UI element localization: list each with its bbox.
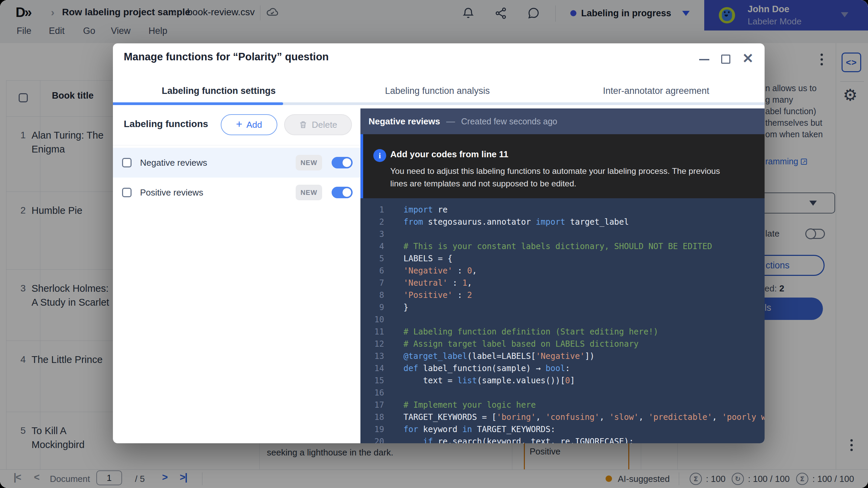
trash-icon xyxy=(299,120,308,129)
code-line[interactable]: 1import re xyxy=(360,204,765,216)
tab-inter-annotator-agreement[interactable]: Inter-annotator agreement xyxy=(603,86,709,96)
toggle-knob xyxy=(342,188,352,197)
code-line[interactable]: 2from stegosaurus.annotator import targe… xyxy=(360,216,765,228)
delete-function-button[interactable]: Delete xyxy=(284,114,352,135)
add-function-button[interactable]: + Add xyxy=(221,114,277,135)
line-number: 1 xyxy=(360,204,384,216)
divider xyxy=(113,145,360,145)
code-line[interactable]: 15 text = list(sample.values())[0] xyxy=(360,374,765,387)
info-banner: i Add your codes from line 11 You need t… xyxy=(360,134,765,198)
code-line[interactable]: 8'Positive' : 2 xyxy=(360,289,765,301)
functions-panel-heading: Labeling functions xyxy=(124,119,208,129)
code-line[interactable]: 4# This is your constant labels dictiona… xyxy=(360,240,765,252)
line-number: 14 xyxy=(360,362,384,374)
function-checkbox[interactable] xyxy=(122,188,132,197)
code-line[interactable]: 3 xyxy=(360,228,765,240)
line-number: 16 xyxy=(360,387,384,399)
banner-body: You need to adjust this labeling functio… xyxy=(390,165,729,190)
line-number: 4 xyxy=(360,240,384,252)
tab-underline-track xyxy=(113,102,765,105)
code-line[interactable]: 10 xyxy=(360,313,765,326)
function-checkbox[interactable] xyxy=(122,158,132,167)
code-line[interactable]: 13@target_label(label=LABELS['Negative']… xyxy=(360,350,765,362)
line-number: 17 xyxy=(360,399,384,411)
code-editor-panel: Negative reviews — Created few seconds a… xyxy=(360,108,765,443)
line-number: 20 xyxy=(360,435,384,443)
code-line[interactable]: 11# Labeling function definition (Start … xyxy=(360,326,765,338)
code-line[interactable]: 14def label_function(sample) → bool: xyxy=(360,362,765,374)
line-number: 5 xyxy=(360,252,384,265)
close-icon[interactable]: ✕ xyxy=(742,52,754,65)
code-line[interactable]: 7'Neutral' : 1, xyxy=(360,277,765,289)
banner-title: Add your codes from line 11 xyxy=(390,149,508,160)
line-number: 2 xyxy=(360,216,384,228)
tab-labeling-function-analysis[interactable]: Labeling function analysis xyxy=(385,86,490,96)
line-number: 12 xyxy=(360,338,384,350)
line-number: 8 xyxy=(360,289,384,301)
code-line[interactable]: 6'Negative' : 0, xyxy=(360,265,765,277)
minimize-icon[interactable] xyxy=(699,59,709,60)
code-line[interactable]: 20 if re.search(keyword, text, re.IGNORE… xyxy=(360,435,765,443)
line-number: 19 xyxy=(360,423,384,435)
line-number: 6 xyxy=(360,265,384,277)
info-icon: i xyxy=(373,149,386,162)
line-number: 7 xyxy=(360,277,384,289)
code-line[interactable]: 18TARGET_KEYWORDS = ['boring', 'confusin… xyxy=(360,411,765,423)
code-line[interactable]: 17# Implement your logic here xyxy=(360,399,765,411)
editor-header: Negative reviews — Created few seconds a… xyxy=(360,108,765,134)
function-list-item[interactable]: Negative reviewsNEW xyxy=(113,148,360,178)
code-line[interactable]: 16 xyxy=(360,387,765,399)
function-list-item[interactable]: Positive reviewsNEW xyxy=(113,178,360,207)
code-line[interactable]: 19for keyword in TARGET_KEYWORDS: xyxy=(360,423,765,435)
line-number: 18 xyxy=(360,411,384,423)
line-number: 13 xyxy=(360,350,384,362)
maximize-icon[interactable] xyxy=(721,55,730,64)
line-number: 3 xyxy=(360,228,384,240)
function-toggle[interactable] xyxy=(332,187,353,198)
toggle-knob xyxy=(342,158,352,167)
plus-icon: + xyxy=(236,118,242,130)
new-badge: NEW xyxy=(296,185,322,200)
code-line[interactable]: 5LABELS = { xyxy=(360,252,765,265)
function-label: Negative reviews xyxy=(140,148,207,178)
created-timestamp: Created few seconds ago xyxy=(461,117,557,126)
code-line[interactable]: 12# Assign target label based on LABELS … xyxy=(360,338,765,350)
line-number: 11 xyxy=(360,326,384,338)
function-label: Positive reviews xyxy=(140,178,203,207)
active-tab-indicator xyxy=(113,102,283,105)
new-badge: NEW xyxy=(296,155,322,170)
line-number: 9 xyxy=(360,301,384,313)
function-toggle[interactable] xyxy=(332,157,353,168)
tab-labeling-function-settings[interactable]: Labeling function settings xyxy=(162,86,276,96)
manage-functions-modal: Manage functions for “Polarity” question… xyxy=(113,43,765,443)
function-name: Negative reviews xyxy=(369,116,440,127)
code-area[interactable]: 1import re2from stegosaurus.annotator im… xyxy=(360,198,765,443)
app-window: D» › Row labeling project sample › book-… xyxy=(0,0,868,488)
line-number: 15 xyxy=(360,374,384,387)
modal-title: Manage functions for “Polarity” question xyxy=(124,51,329,63)
code-line[interactable]: 9} xyxy=(360,301,765,313)
line-number: 10 xyxy=(360,313,384,326)
